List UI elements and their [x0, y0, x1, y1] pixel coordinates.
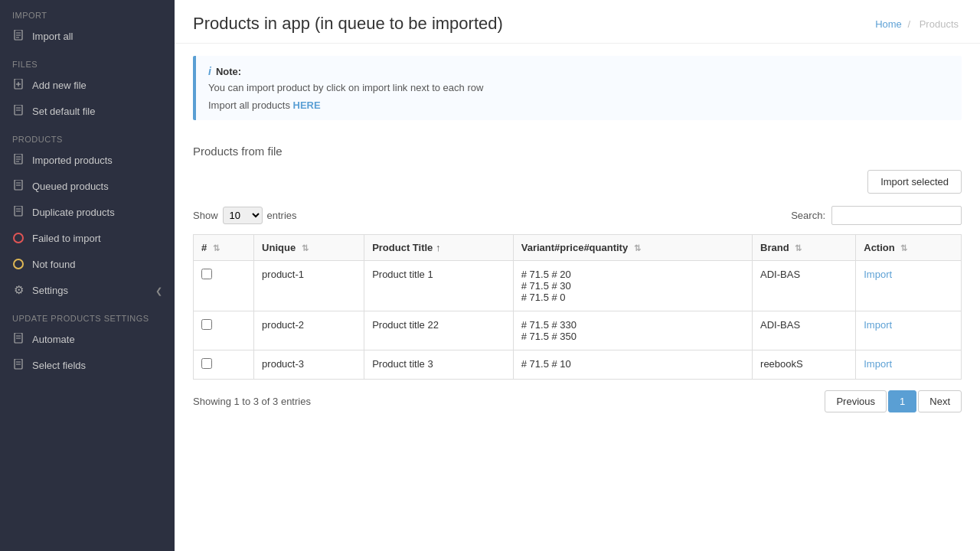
col-hash[interactable]: # ⇅ [194, 235, 254, 261]
col-action[interactable]: Action ⇅ [856, 235, 962, 261]
sidebar-item-settings[interactable]: Settings [0, 277, 175, 303]
imported-products-icon [12, 154, 24, 166]
page-title: Products in app (in queue to be imported… [193, 14, 503, 34]
note-text: You can import product by click on impor… [208, 82, 949, 93]
search-box: Search: [791, 206, 962, 225]
sidebar-item-failed-to-import-label: Failed to import [32, 233, 101, 244]
queued-products-icon [12, 180, 24, 192]
row-import-link[interactable]: Import [864, 358, 892, 370]
row-import-link[interactable]: Import [864, 269, 892, 280]
sidebar-item-queued-products-label: Queued products [32, 181, 109, 192]
settings-chevron-icon [155, 285, 162, 296]
note-link-text: Import all products HERE [208, 99, 949, 111]
sidebar-item-queued-products[interactable]: Queued products [0, 173, 175, 199]
showing-text: Showing 1 to 3 of 3 entries [193, 396, 311, 407]
row-checkbox-cell [194, 261, 254, 311]
sidebar-item-add-new-file[interactable]: Add new file [0, 72, 175, 98]
import-all-icon [12, 30, 24, 42]
row-unique: product-1 [254, 261, 364, 311]
search-label: Search: [791, 210, 825, 221]
col-product-title[interactable]: Product Title ↑ [364, 235, 514, 261]
sidebar-item-imported-products-label: Imported products [32, 155, 113, 166]
add-file-icon [12, 79, 24, 91]
sidebar: Import Import all Files Add new file Set… [0, 0, 175, 551]
sidebar-item-import-all[interactable]: Import all [0, 23, 175, 49]
table-toolbar: Import selected [175, 164, 980, 200]
breadcrumb-home-link[interactable]: Home [875, 18, 902, 30]
row-checkbox[interactable] [201, 269, 212, 279]
table-row: product-1Product title 1# 71.5 # 20 # 71… [194, 261, 962, 311]
entries-label: entries [267, 210, 297, 221]
col-variant[interactable]: Variant#price#quantity ⇅ [513, 235, 752, 261]
row-variants: # 71.5 # 330 # 71.5 # 350 [513, 311, 752, 350]
sidebar-item-duplicate-products-label: Duplicate products [32, 207, 115, 218]
breadcrumb: Home / Products [875, 18, 962, 30]
page-header: Products in app (in queue to be imported… [175, 0, 980, 44]
row-brand: ADI-BAS [753, 311, 856, 350]
next-button[interactable]: Next [918, 390, 962, 412]
row-variants: # 71.5 # 10 [513, 350, 752, 380]
settings-gear-icon [12, 284, 24, 296]
products-from-file-title: Products from file [175, 132, 980, 164]
row-variants: # 71.5 # 20 # 71.5 # 30 # 71.5 # 0 [513, 261, 752, 311]
note-box: i Note: You can import product by click … [193, 56, 962, 120]
table-row: product-3Product title 3# 71.5 # 10reebo… [194, 350, 962, 380]
info-icon: i [208, 65, 211, 77]
row-action-cell: Import [856, 350, 962, 380]
not-found-icon [12, 258, 24, 270]
here-link[interactable]: HERE [293, 99, 321, 111]
row-unique: product-3 [254, 350, 364, 380]
sidebar-item-duplicate-products[interactable]: Duplicate products [0, 199, 175, 225]
breadcrumb-current: Products [920, 18, 959, 30]
table-row: product-2Product title 22# 71.5 # 330 # … [194, 311, 962, 350]
row-brand: ADI-BAS [753, 261, 856, 311]
sidebar-section-import: Import [0, 0, 175, 23]
row-brand: reebookS [753, 350, 856, 380]
main-content: Products in app (in queue to be imported… [175, 0, 980, 551]
sidebar-section-update-products: Update products settings [0, 303, 175, 326]
sidebar-item-imported-products[interactable]: Imported products [0, 147, 175, 173]
sidebar-item-select-fields[interactable]: Select fields [0, 352, 175, 378]
search-input[interactable] [831, 206, 962, 225]
sidebar-item-failed-to-import[interactable]: Failed to import [0, 225, 175, 251]
select-fields-icon [12, 359, 24, 371]
row-checkbox[interactable] [201, 319, 212, 330]
row-checkbox-cell [194, 311, 254, 350]
sidebar-item-import-all-label: Import all [32, 31, 73, 42]
sidebar-section-files: Files [0, 49, 175, 72]
duplicate-products-icon [12, 206, 24, 218]
table-header-row: # ⇅ Unique ⇅ Product Title ↑ Variant#pri… [194, 235, 962, 261]
sidebar-section-products: Products [0, 124, 175, 147]
sidebar-item-set-default-file[interactable]: Set default file [0, 98, 175, 124]
sidebar-item-automate[interactable]: Automate [0, 326, 175, 352]
row-unique: product-2 [254, 311, 364, 350]
entries-select[interactable]: 10 25 50 100 [223, 207, 263, 224]
sidebar-item-not-found[interactable]: Not found [0, 251, 175, 277]
sidebar-item-settings-label: Settings [32, 285, 68, 296]
import-selected-button[interactable]: Import selected [867, 170, 962, 194]
failed-import-icon [12, 232, 24, 244]
set-default-icon [12, 105, 24, 117]
row-checkbox-cell [194, 350, 254, 380]
sidebar-item-select-fields-label: Select fields [32, 360, 86, 371]
sidebar-item-set-default-file-label: Set default file [32, 106, 95, 117]
breadcrumb-separator: / [907, 18, 910, 30]
note-title: i Note: [208, 65, 949, 77]
products-table: # ⇅ Unique ⇅ Product Title ↑ Variant#pri… [193, 234, 962, 380]
col-unique[interactable]: Unique ⇅ [254, 235, 364, 261]
row-product-title: Product title 22 [364, 311, 514, 350]
previous-button[interactable]: Previous [825, 390, 887, 412]
table-controls: Show 10 25 50 100 entries Search: [175, 200, 980, 231]
row-product-title: Product title 3 [364, 350, 514, 380]
show-label: Show [193, 210, 218, 221]
pagination-row: Showing 1 to 3 of 3 entries Previous 1 N… [175, 380, 980, 425]
sidebar-item-not-found-label: Not found [32, 259, 75, 270]
row-import-link[interactable]: Import [864, 319, 892, 331]
sidebar-item-automate-label: Automate [32, 334, 75, 345]
sidebar-item-add-new-file-label: Add new file [32, 80, 87, 91]
page-1-button[interactable]: 1 [888, 390, 916, 412]
row-action-cell: Import [856, 261, 962, 311]
col-brand[interactable]: Brand ⇅ [753, 235, 856, 261]
show-entries-control: Show 10 25 50 100 entries [193, 207, 297, 224]
row-checkbox[interactable] [201, 358, 212, 369]
